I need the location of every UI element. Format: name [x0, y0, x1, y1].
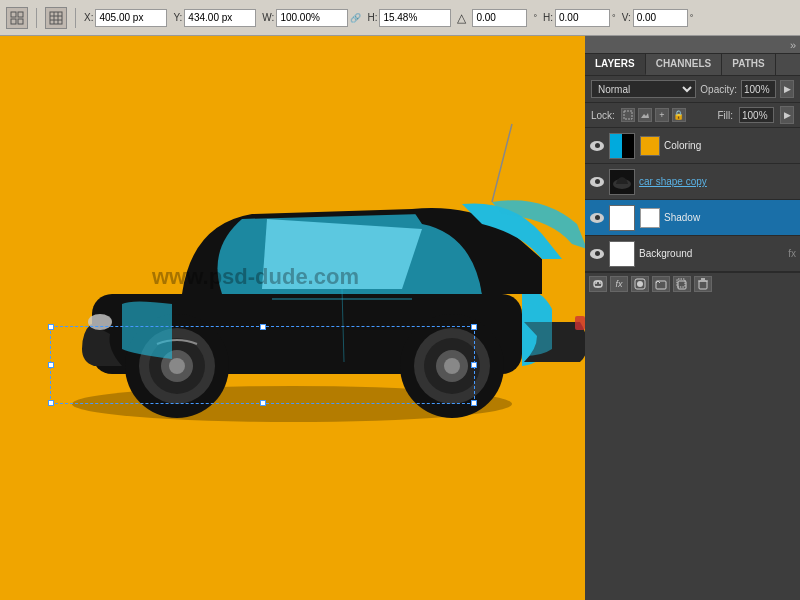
layer-vis-car[interactable]	[589, 174, 605, 190]
opacity-input[interactable]	[741, 80, 776, 98]
tab-paths[interactable]: PATHS	[722, 54, 775, 75]
layer-name-bg: Background	[639, 248, 784, 259]
tab-layers[interactable]: LAYERS	[585, 54, 646, 75]
layer-shadow[interactable]: Shadow	[585, 200, 800, 236]
lock-all-icon[interactable]: 🔒	[672, 108, 686, 122]
handle-br[interactable]	[471, 400, 477, 406]
handle-ml[interactable]	[48, 362, 54, 368]
toolbar: X: Y: W: 🔗 H: △ ° H: ° V: °	[0, 0, 800, 36]
w-input[interactable]	[276, 9, 348, 27]
y-field: Y:	[173, 9, 256, 27]
add-group-button[interactable]	[652, 276, 670, 292]
h-input[interactable]	[379, 9, 451, 27]
x-input[interactable]	[95, 9, 167, 27]
svg-rect-27	[624, 111, 632, 119]
delta-icon: △	[457, 11, 466, 25]
rot-input[interactable]	[472, 9, 527, 27]
x-label: X:	[84, 12, 93, 23]
h2-input[interactable]	[555, 9, 610, 27]
collapse-arrow[interactable]: »	[790, 39, 796, 51]
x-field: X:	[84, 9, 167, 27]
link-layers-button[interactable]	[589, 276, 607, 292]
svg-rect-0	[11, 12, 16, 17]
layer-vis-bg[interactable]	[589, 246, 605, 262]
separator	[36, 8, 37, 28]
layers-panel: » LAYERS CHANNELS PATHS Normal Multiply …	[585, 36, 800, 600]
layer-thumb-bg	[609, 241, 635, 267]
degree3: °	[690, 13, 694, 23]
panel-bottom-toolbar: fx	[585, 272, 800, 295]
eye-pupil-car	[595, 179, 600, 184]
layer-fx-bg: fx	[788, 248, 796, 259]
svg-rect-2	[11, 19, 16, 24]
h-field: H:	[367, 9, 451, 27]
svg-rect-37	[678, 281, 686, 289]
layer-name-coloring: Coloring	[664, 140, 796, 151]
svg-rect-29	[622, 134, 634, 158]
eye-pupil	[595, 143, 600, 148]
opacity-arrow-btn[interactable]: ▶	[780, 80, 794, 98]
eye-icon-bg	[590, 249, 604, 259]
add-mask-button[interactable]	[631, 276, 649, 292]
svg-rect-32	[610, 206, 634, 230]
svg-rect-1	[18, 12, 23, 17]
lock-position-icon[interactable]: +	[655, 108, 669, 122]
layers-list: Coloring car shape copy	[585, 128, 800, 272]
selection-box	[50, 326, 475, 404]
svg-rect-39	[699, 281, 707, 289]
tab-channels[interactable]: CHANNELS	[646, 54, 723, 75]
lock-transparent-icon[interactable]	[621, 108, 635, 122]
chain-icon: 🔗	[350, 13, 361, 23]
car-shape-link[interactable]: car shape copy	[639, 176, 707, 187]
new-layer-button[interactable]	[673, 276, 691, 292]
svg-rect-25	[575, 316, 585, 330]
eye-icon-car	[590, 177, 604, 187]
layer-vis-shadow[interactable]	[589, 210, 605, 226]
v-field: V: °	[622, 9, 694, 27]
layer-background[interactable]: Background fx	[585, 236, 800, 272]
add-fx-button[interactable]: fx	[610, 276, 628, 292]
lock-image-icon[interactable]	[638, 108, 652, 122]
transform-grid-icon[interactable]	[45, 7, 67, 29]
svg-text:www.psd-dude.com: www.psd-dude.com	[151, 264, 359, 289]
layer-vis-coloring[interactable]	[589, 138, 605, 154]
handle-tr[interactable]	[471, 324, 477, 330]
layer-thumb-car	[609, 169, 635, 195]
transform-reference-icon[interactable]	[6, 7, 28, 29]
w-field: W: 🔗	[262, 9, 361, 27]
layer-coloring[interactable]: Coloring	[585, 128, 800, 164]
layer-name-shadow: Shadow	[664, 212, 796, 223]
layer-mask-coloring	[640, 136, 660, 156]
lock-icons: + 🔒	[621, 108, 686, 122]
layer-car-shape-copy[interactable]: car shape copy	[585, 164, 800, 200]
eye-icon-coloring	[590, 141, 604, 151]
blend-mode-select[interactable]: Normal Multiply Screen Overlay	[591, 80, 696, 98]
delete-layer-button[interactable]	[694, 276, 712, 292]
blend-opacity-row: Normal Multiply Screen Overlay Opacity: …	[585, 76, 800, 103]
fill-label: Fill:	[717, 110, 733, 121]
canvas: www.psd-dude.com	[12, 44, 582, 579]
svg-point-35	[637, 281, 643, 287]
layer-mask-shadow	[640, 208, 660, 228]
eye-pupil-bg	[595, 251, 600, 256]
eye-pupil-shadow	[595, 215, 600, 220]
panel-collapse-bar: »	[585, 36, 800, 54]
handle-tl[interactable]	[48, 324, 54, 330]
h2-label: H:	[543, 12, 553, 23]
h-label: H:	[367, 12, 377, 23]
fill-arrow-btn[interactable]: ▶	[780, 106, 794, 124]
svg-rect-28	[610, 134, 622, 158]
handle-tm[interactable]	[260, 324, 266, 330]
v-input[interactable]	[633, 9, 688, 27]
y-input[interactable]	[184, 9, 256, 27]
handle-bm[interactable]	[260, 400, 266, 406]
degree2: °	[612, 13, 616, 23]
handle-bl[interactable]	[48, 400, 54, 406]
svg-rect-33	[610, 242, 634, 266]
h2-field: H: °	[543, 9, 616, 27]
svg-rect-4	[50, 12, 62, 24]
handle-mr[interactable]	[471, 362, 477, 368]
degree1: °	[533, 13, 537, 23]
fill-input[interactable]	[739, 107, 774, 123]
panel-tabs: LAYERS CHANNELS PATHS	[585, 54, 800, 76]
